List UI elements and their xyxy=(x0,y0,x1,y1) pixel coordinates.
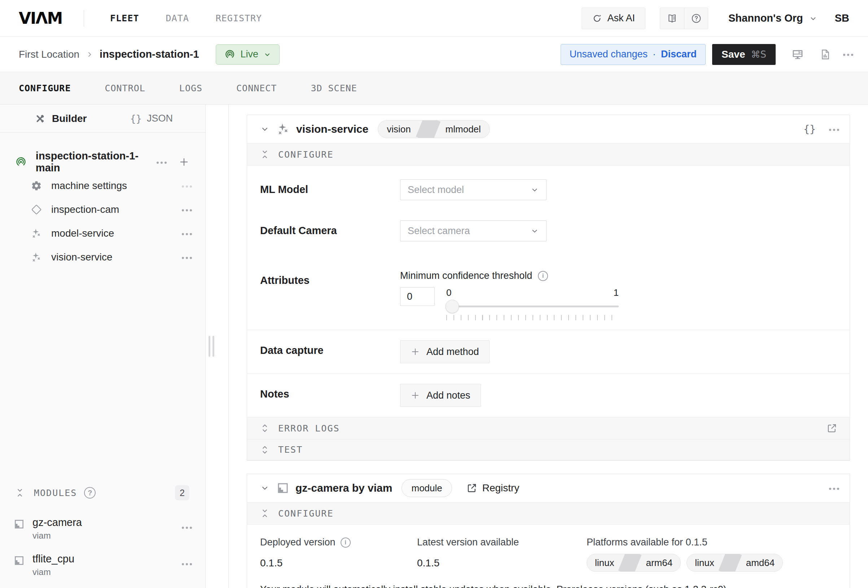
module-org: viam xyxy=(32,567,74,577)
sidebar-drag-handle[interactable] xyxy=(208,336,214,357)
more-options-icon[interactable] xyxy=(185,560,189,568)
tab-connect[interactable]: CONNECT xyxy=(236,83,277,93)
org-switcher[interactable]: Shannon's Org xyxy=(728,12,818,24)
platform-badge: linux arm64 xyxy=(587,554,681,572)
collapse-section-icon[interactable] xyxy=(260,509,270,518)
platform-os: linux xyxy=(587,557,622,569)
nav-item-fleet[interactable]: FLEET xyxy=(110,13,139,24)
badge-mlmodel: mlmodel xyxy=(437,124,490,135)
more-options-icon[interactable] xyxy=(159,158,164,166)
view-json-icon[interactable]: {} xyxy=(803,123,816,135)
module-org: viam xyxy=(32,530,82,541)
platform-badge: linux amd64 xyxy=(686,554,783,572)
error-logs-section-header: ERROR LOGS xyxy=(247,417,850,439)
machine-report-icon[interactable] xyxy=(820,49,831,60)
card-title: vision-service xyxy=(296,123,368,135)
expand-section-icon[interactable] xyxy=(260,445,270,455)
nav-divider xyxy=(84,10,84,27)
help-icon[interactable] xyxy=(684,8,708,29)
module-name: tflite_cpu xyxy=(32,553,74,565)
add-method-button[interactable]: Add method xyxy=(400,340,490,363)
configure-label: CONFIGURE xyxy=(278,508,334,519)
test-label: TEST xyxy=(278,445,303,455)
collapse-section-icon[interactable] xyxy=(14,487,26,499)
configure-section-header: CONFIGURE xyxy=(247,143,850,165)
slider-track[interactable] xyxy=(446,306,619,307)
more-options-icon[interactable] xyxy=(185,253,189,261)
breadcrumb-location[interactable]: First Location xyxy=(19,49,80,60)
deployed-version-label: Deployed version xyxy=(260,537,335,548)
ask-ai-button[interactable]: Ask AI xyxy=(582,7,645,29)
module-list-item-gz-camera[interactable]: gz-camera viam xyxy=(14,517,189,541)
more-options-icon[interactable] xyxy=(185,205,189,214)
save-button[interactable]: Save ⌘S xyxy=(712,44,776,65)
modules-title: MODULES xyxy=(34,488,77,498)
tree-root-machine-part[interactable]: inspection-station-1-main xyxy=(0,150,205,174)
tree-item-model-service[interactable]: model-service xyxy=(0,222,205,245)
avatar[interactable]: SB xyxy=(835,12,849,24)
live-status-badge[interactable]: Live xyxy=(216,44,280,65)
docs-book-icon[interactable] xyxy=(660,8,684,29)
expand-section-icon[interactable] xyxy=(260,424,270,433)
ml-model-label: ML Model xyxy=(260,179,400,200)
discard-button[interactable]: Discard xyxy=(661,49,697,60)
tree-item-label: vision-service xyxy=(51,251,112,263)
tree-root-label: inspection-station-1-main xyxy=(36,150,159,174)
tab-logs[interactable]: LOGS xyxy=(179,83,202,93)
ml-model-select[interactable]: Select model xyxy=(400,179,546,200)
modules-help-icon[interactable]: ? xyxy=(84,487,96,499)
unsaved-separator: · xyxy=(652,49,656,60)
tools-icon xyxy=(35,113,46,124)
tree-item-inspection-cam[interactable]: inspection-cam xyxy=(0,198,205,222)
slider-handle[interactable] xyxy=(446,300,459,313)
machine-dashboard-icon[interactable] xyxy=(791,48,804,61)
default-camera-select[interactable]: Select camera xyxy=(400,220,546,241)
viam-logo[interactable]: VIΛM xyxy=(19,9,62,27)
ml-model-placeholder: Select model xyxy=(407,184,464,195)
collapse-section-icon[interactable] xyxy=(260,150,270,159)
registry-label: Registry xyxy=(482,482,520,494)
modules-count-badge: 2 xyxy=(175,485,189,500)
registry-link[interactable]: Registry xyxy=(466,482,520,494)
builder-toggle-button[interactable]: Builder xyxy=(35,113,87,124)
modules-section: MODULES ? 2 gz-camera viam xyxy=(0,481,205,588)
configure-section-header: CONFIGURE xyxy=(247,502,850,524)
platforms-label: Platforms available for 0.1.5 xyxy=(587,537,707,548)
threshold-input[interactable] xyxy=(400,287,435,306)
more-options-icon[interactable] xyxy=(185,229,189,238)
collapse-card-icon[interactable] xyxy=(260,483,270,493)
add-notes-label: Add notes xyxy=(427,390,471,401)
threshold-label: Minimum confidence threshold xyxy=(400,270,532,281)
more-options-icon[interactable] xyxy=(185,523,189,531)
add-component-icon[interactable] xyxy=(179,157,189,167)
open-logs-external-icon[interactable] xyxy=(825,421,839,435)
broadcast-icon xyxy=(15,156,28,168)
tab-3d-scene[interactable]: 3D SCENE xyxy=(311,83,357,93)
unsaved-changes-banner: Unsaved changes · Discard xyxy=(561,44,706,65)
more-options-icon[interactable] xyxy=(185,182,189,190)
tree-item-vision-service[interactable]: vision-service xyxy=(0,245,205,269)
nav-item-data[interactable]: DATA xyxy=(166,13,189,24)
diamond-icon xyxy=(30,204,43,215)
nav-item-registry[interactable]: REGISTRY xyxy=(216,13,262,24)
gz-camera-module-card: gz-camera by viam module Registry xyxy=(247,474,850,588)
module-list-item-tflite-cpu[interactable]: tflite_cpu viam xyxy=(14,553,189,577)
collapse-card-icon[interactable] xyxy=(260,124,270,134)
tree-item-machine-settings[interactable]: machine settings xyxy=(0,174,205,198)
info-icon[interactable]: i xyxy=(538,271,548,281)
tab-configure[interactable]: CONFIGURE xyxy=(19,83,71,93)
info-icon[interactable]: i xyxy=(341,538,351,548)
tab-control[interactable]: CONTROL xyxy=(105,83,145,93)
more-options-icon[interactable] xyxy=(847,52,849,57)
module-icon xyxy=(14,555,25,566)
more-options-icon[interactable] xyxy=(831,125,837,133)
sidebar-resize-gutter xyxy=(206,105,229,588)
add-notes-button[interactable]: Add notes xyxy=(400,384,481,407)
badge-divider xyxy=(718,554,742,572)
more-options-icon[interactable] xyxy=(831,484,837,492)
config-sidebar: Builder {} JSON inspection-station-1-mai… xyxy=(0,105,206,588)
json-toggle-button[interactable]: {} JSON xyxy=(130,113,173,124)
service-type-badge: vision mlmodel xyxy=(378,120,490,138)
chevron-down-icon xyxy=(809,14,818,23)
gear-icon xyxy=(30,180,43,191)
